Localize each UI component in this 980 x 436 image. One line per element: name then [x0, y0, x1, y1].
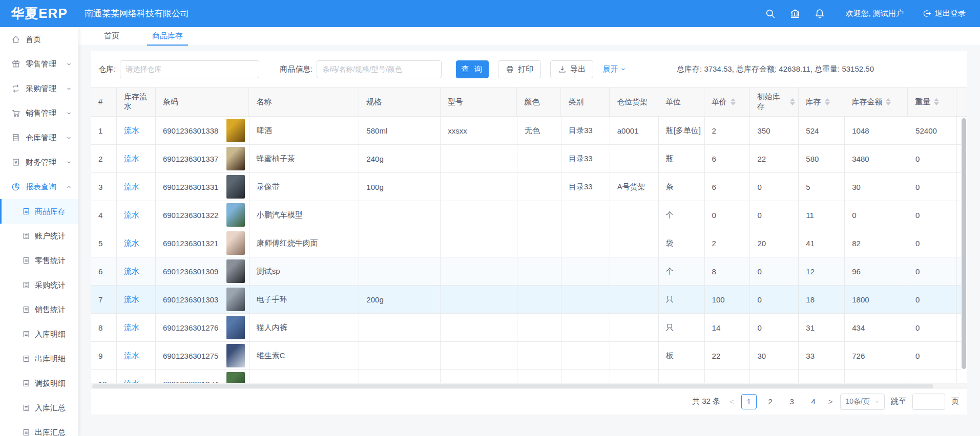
next-page-button[interactable]: > [827, 397, 834, 406]
cell-barcode: 6901236301303 [156, 286, 249, 313]
flow-link[interactable]: 流水 [124, 323, 139, 333]
cell-amount: 3480 [845, 145, 908, 172]
warehouse-select[interactable] [120, 60, 259, 78]
cell-category: 目录33 [561, 117, 610, 144]
sidebar-subitem[interactable]: 调拨明细 [0, 371, 78, 396]
flow-link[interactable]: 流水 [124, 295, 139, 304]
cell-model [441, 229, 517, 257]
sidebar-item[interactable]: 采购管理 [0, 76, 78, 101]
jump-label: 跳至 [891, 397, 906, 406]
sort-icon[interactable] [825, 98, 830, 105]
product-thumbnail[interactable] [226, 231, 245, 255]
vertical-scrollbar[interactable] [961, 117, 967, 382]
table-row: 7 流水 6901236301303 电子手环 200g 只 10 [91, 286, 967, 314]
chevron-down-icon [620, 66, 627, 73]
logout-icon [922, 9, 932, 18]
page-button[interactable]: 2 [763, 394, 778, 409]
cell-amount: 82 [845, 229, 908, 257]
sidebar-subitem[interactable]: 商品库存 [0, 199, 78, 224]
column-header: 库存金额 [844, 88, 908, 116]
chevron-icon [66, 159, 72, 166]
sidebar-item[interactable]: 仓库管理 [0, 125, 78, 150]
product-thumbnail[interactable] [226, 147, 245, 170]
cell-name: 录像带 [249, 173, 360, 201]
report-doc-icon [22, 330, 30, 338]
sidebar-item[interactable]: 报表查询 [0, 175, 78, 199]
sort-icon[interactable] [934, 98, 939, 105]
page-button[interactable]: 3 [784, 394, 800, 409]
cell-barcode: 6901236301337 [156, 145, 249, 172]
flow-link[interactable]: 流水 [124, 154, 139, 164]
cell-stock: 580 [799, 145, 845, 172]
cell-category: 目录33 [561, 173, 610, 201]
cell-weight: 52400 [908, 117, 957, 144]
prev-page-button[interactable]: < [728, 397, 735, 406]
flow-link[interactable]: 流水 [124, 351, 139, 361]
product-thumbnail[interactable] [226, 119, 245, 142]
product-thumbnail[interactable] [226, 259, 245, 283]
sidebar-item[interactable]: 首页 [0, 27, 78, 52]
page-tab[interactable]: 商品库存 [147, 31, 188, 46]
page-size-select[interactable]: 10条/页 [840, 394, 885, 410]
sidebar-subitem[interactable]: 账户统计 [0, 224, 78, 248]
cell-category [561, 342, 610, 369]
sidebar-subitem[interactable]: 采购统计 [0, 273, 78, 297]
search-icon[interactable] [765, 8, 776, 19]
page-button[interactable]: 4 [806, 394, 821, 409]
jump-page-input[interactable] [912, 394, 945, 410]
cell-category: 目录33 [561, 145, 610, 172]
sidebar-item-label: 仓库管理 [26, 133, 56, 143]
cell-barcode: 6901236301321 [156, 229, 249, 257]
sort-icon[interactable] [731, 98, 736, 105]
sidebar-subitem[interactable]: 销售统计 [0, 297, 78, 322]
product-thumbnail[interactable] [226, 372, 245, 383]
sidebar-subitem[interactable]: 出库汇总 [0, 420, 78, 436]
cell-name: 猫人内裤 [249, 314, 360, 341]
horizontal-scrollbar[interactable] [91, 383, 967, 389]
flow-link[interactable]: 流水 [124, 126, 139, 136]
sidebar-item[interactable]: 零售管理 [0, 52, 78, 76]
tenant-bank-icon[interactable] [789, 8, 801, 19]
notification-bell-icon[interactable] [814, 8, 825, 19]
sidebar-subitem[interactable]: 出库明细 [0, 346, 78, 371]
chevron-icon [66, 61, 72, 68]
flow-link[interactable]: 流水 [124, 379, 139, 383]
flow-link[interactable]: 流水 [124, 238, 139, 248]
product-info-label: 商品信息: [280, 64, 312, 74]
expand-toggle[interactable]: 展开 [602, 64, 627, 74]
cell-stock: 41 [799, 229, 845, 257]
print-button[interactable]: 打印 [498, 60, 541, 78]
search-button[interactable]: 查 询 [456, 60, 489, 78]
cell-flow: 流水 [117, 145, 156, 172]
product-thumbnail[interactable] [226, 175, 245, 199]
product-thumbnail[interactable] [226, 316, 245, 339]
page-tab[interactable]: 首页 [99, 31, 124, 46]
cell-model [441, 342, 517, 369]
table-row: 3 流水 6901236301331 录像带 100g 目录33 A号货架 条 [91, 173, 967, 201]
page-button[interactable]: 1 [741, 394, 757, 409]
flow-link[interactable]: 流水 [124, 182, 139, 192]
sidebar-item[interactable]: 销售管理 [0, 101, 78, 125]
logout-button[interactable]: 退出登录 [922, 9, 966, 18]
sidebar-subitem-label: 出库汇总 [35, 428, 66, 436]
product-thumbnail[interactable] [226, 344, 245, 367]
export-button[interactable]: 导出 [550, 60, 593, 78]
column-header: 库存 [799, 88, 845, 116]
printer-icon [506, 65, 514, 74]
sort-icon[interactable] [886, 98, 891, 105]
cell-amount: 0 [845, 201, 908, 229]
cell-flow: 流水 [117, 314, 156, 341]
cell-index: 8 [91, 314, 117, 341]
sidebar-item[interactable]: 财务管理 [0, 150, 78, 175]
sidebar-subitem[interactable]: 入库明细 [0, 322, 78, 346]
sort-icon[interactable] [790, 98, 795, 105]
product-info-input[interactable] [317, 60, 442, 78]
cell-price: 2 [705, 117, 750, 144]
flow-link[interactable]: 流水 [124, 210, 139, 220]
flow-link[interactable]: 流水 [124, 267, 139, 276]
cell-initial-stock: 30 [750, 342, 799, 369]
sidebar-subitem[interactable]: 入库汇总 [0, 396, 78, 420]
sidebar-subitem[interactable]: 零售统计 [0, 248, 78, 273]
product-thumbnail[interactable] [226, 203, 245, 227]
product-thumbnail[interactable] [226, 288, 245, 311]
